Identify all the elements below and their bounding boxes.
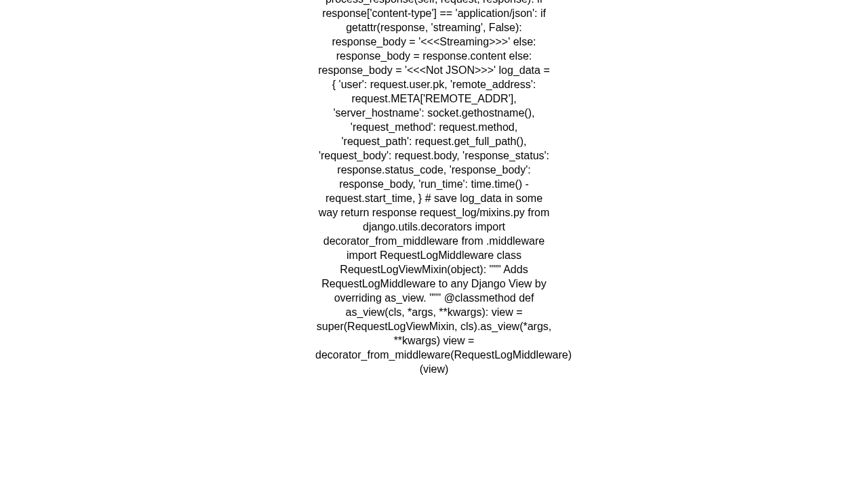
page-container: process_response(self, request, response… — [0, 0, 868, 488]
code-text-block: process_response(self, request, response… — [315, 0, 553, 376]
